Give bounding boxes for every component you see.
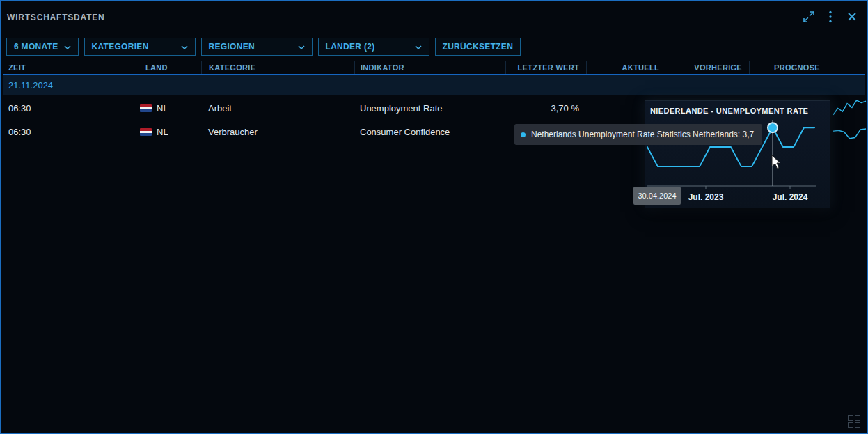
row-category: Arbeit <box>201 103 354 114</box>
row-indicator: Unemployment Rate <box>354 103 505 114</box>
expand-icon[interactable] <box>801 9 816 24</box>
chevron-down-icon <box>415 42 422 52</box>
titlebar: WIRTSCHAFTSDATEN <box>1 1 867 33</box>
header-kategorie[interactable]: KATEGORIE <box>201 61 354 74</box>
row-country: NL <box>106 127 201 137</box>
header-land[interactable]: LAND <box>106 61 201 74</box>
country-code: NL <box>157 127 168 137</box>
header-prognose[interactable]: PROGNOSE <box>749 61 831 74</box>
header-letzter-wert[interactable]: LETZTER WERT <box>505 61 586 74</box>
crosshair-date-label: 30.04.2024 <box>633 187 681 205</box>
series-tooltip-text: Netherlands Unemployment Rate Statistics… <box>531 130 754 139</box>
nl-flag-icon <box>140 104 152 112</box>
reset-button[interactable]: ZURÜCKSETZEN <box>435 38 521 56</box>
kategorien-label: KATEGORIEN <box>92 42 149 52</box>
nl-flag-icon <box>140 128 152 136</box>
row-country: NL <box>106 103 201 114</box>
row-time: 06:30 <box>3 127 106 137</box>
laender-label: LÄNDER (2) <box>326 42 375 52</box>
kebab-menu-icon[interactable] <box>823 9 838 24</box>
header-indikator[interactable]: INDIKATOR <box>354 61 505 74</box>
x-tick-label: Jul. 2024 <box>773 192 808 202</box>
table-header: ZEIT LAND KATEGORIE INDIKATOR LETZTER WE… <box>3 61 865 75</box>
regionen-label: REGIONEN <box>209 42 255 52</box>
series-dot-icon <box>521 132 526 137</box>
window-title: WIRTSCHAFTSDATEN <box>7 13 105 22</box>
timeframe-label: 6 MONATE <box>14 42 58 52</box>
filter-bar: 6 MONATE KATEGORIEN REGIONEN LÄNDER (2) … <box>6 38 521 56</box>
laender-dropdown[interactable]: LÄNDER (2) <box>318 38 429 56</box>
header-zeit[interactable]: ZEIT <box>3 61 106 74</box>
close-icon[interactable] <box>844 9 860 24</box>
row-sparkline[interactable] <box>831 97 868 120</box>
country-code: NL <box>157 103 168 114</box>
x-tick-label: Jul. 2023 <box>688 192 724 202</box>
series-tooltip: Netherlands Unemployment Rate Statistics… <box>514 124 762 145</box>
timeframe-dropdown[interactable]: 6 MONATE <box>6 38 79 56</box>
titlebar-icons <box>801 9 860 24</box>
wirtschaftsdaten-window: WIRTSCHAFTSDATEN <box>0 0 868 434</box>
row-sparkline[interactable] <box>831 121 868 144</box>
row-last-value: 3,70 % <box>505 103 586 114</box>
grid-resize-icon[interactable] <box>848 415 860 428</box>
chevron-down-icon <box>298 42 305 52</box>
header-vorherige[interactable]: VORHERIGE <box>668 61 749 74</box>
chevron-down-icon <box>181 42 188 52</box>
reset-label: ZURÜCKSETZEN <box>443 42 514 52</box>
header-chart-col <box>831 61 865 74</box>
chart-marker <box>768 123 778 132</box>
row-category: Verbraucher <box>201 127 354 137</box>
row-indicator: Consumer Confidence <box>354 127 505 137</box>
kategorien-dropdown[interactable]: KATEGORIEN <box>84 38 196 56</box>
date-group-row: 21.11.2024 <box>3 75 865 95</box>
row-time: 06:30 <box>3 103 106 114</box>
header-aktuell[interactable]: AKTUELL <box>586 61 668 74</box>
regionen-dropdown[interactable]: REGIONEN <box>201 38 313 56</box>
chevron-down-icon <box>64 42 71 52</box>
